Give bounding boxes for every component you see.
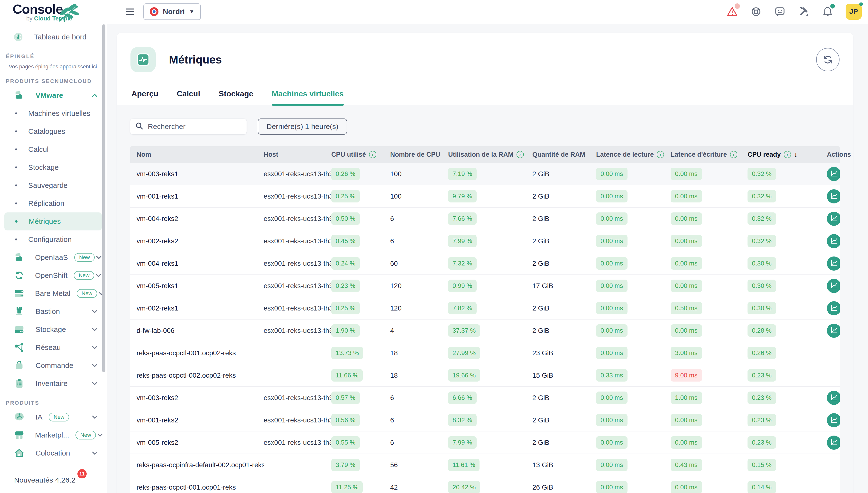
open-chart-button[interactable] (827, 301, 840, 315)
sidebar-group-openiaas[interactable]: OpenIaaSNew (0, 249, 106, 266)
open-chart-button[interactable] (827, 167, 840, 181)
table-row[interactable]: vm-004-reks2esx001-reks-ucs13-th3s0.50 %… (130, 208, 840, 230)
menu-icon[interactable] (124, 6, 136, 17)
sidebar-product-ia[interactable]: IANew (0, 408, 106, 426)
notifications-bell-icon[interactable] (822, 6, 833, 18)
cell-cpu-count: 120 (390, 304, 448, 312)
sidebar-group-bare-metal[interactable]: Bare MetalNew (0, 284, 106, 302)
info-icon[interactable]: i (657, 151, 664, 158)
open-chart-button[interactable] (827, 435, 840, 450)
tenant-selector[interactable]: Nordri ▼ (143, 3, 201, 20)
sidebar-item-calcul[interactable]: Calcul (0, 141, 106, 158)
open-chart-button[interactable] (827, 212, 840, 226)
column-header-quantit-de-ram[interactable]: Quantité de RAM (532, 151, 596, 158)
table-row[interactable]: d-fw-lab-006esx001-reks-ucs13-th3s1.90 %… (130, 320, 840, 342)
open-chart-button[interactable] (827, 391, 840, 405)
table-row[interactable]: reks-paas-ocpctl-001.ocp01-reks11.25 %42… (130, 476, 840, 493)
tab-calcul[interactable]: Calcul (177, 89, 200, 105)
tab-aper-u[interactable]: Aperçu (131, 89, 158, 105)
tab-stockage[interactable]: Stockage (218, 89, 253, 105)
open-chart-button[interactable] (827, 324, 840, 338)
search-input[interactable] (148, 122, 242, 131)
sort-desc-icon[interactable]: ↓ (794, 150, 798, 159)
read-latency-badge: 0.00 ms (596, 347, 628, 359)
sidebar-item-stockage[interactable]: Stockage (0, 158, 106, 176)
info-icon[interactable]: i (784, 151, 791, 158)
inventory-icon (14, 378, 25, 389)
table-row[interactable]: reks-paas-ocpctl-002.ocp02-reks11.66 %18… (130, 364, 840, 387)
column-header-actions[interactable]: Actions (827, 151, 840, 158)
column-header-latence-de-lecture[interactable]: Latence de lecturei (596, 151, 671, 158)
column-header-latence-d-criture[interactable]: Latence d'écriturei (671, 151, 747, 158)
whats-new-label: Nouveautés 4.26.2 (14, 476, 76, 484)
sidebar-group-r-seau[interactable]: Réseau (0, 339, 106, 357)
column-header-nom[interactable]: Nom (130, 151, 263, 158)
cpu-ready-badge: 0.32 % (747, 168, 776, 180)
sidebar-item-r-plication[interactable]: Réplication (0, 194, 106, 212)
read-latency-badge: 0.33 ms (596, 369, 628, 382)
sidebar-group-stockage[interactable]: Stockage (0, 320, 106, 339)
open-chart-button[interactable] (827, 413, 840, 427)
tools-icon[interactable] (798, 6, 810, 18)
column-header-host[interactable]: Host (263, 151, 331, 158)
open-chart-button[interactable] (827, 256, 840, 271)
info-icon[interactable]: i (369, 151, 376, 158)
sidebar-group-inventaire[interactable]: Inventaire (0, 374, 106, 392)
sidebar-scrollbar[interactable] (102, 24, 105, 372)
sidebar-group-bastion[interactable]: Bastion (0, 302, 106, 320)
cell-name: reks-paas-ocpctl-001.ocp02-reks (130, 349, 263, 357)
sidebar-item-m-triques[interactable]: Métriques (4, 212, 102, 231)
sidebar-item-catalogues[interactable]: Catalogues (0, 122, 106, 141)
sidebar-group-openshift[interactable]: OpenShiftNew (0, 266, 106, 284)
sidebar-product-colocation[interactable]: Colocation (0, 444, 106, 462)
logo[interactable]: Console by Cloud Temple (0, 0, 106, 23)
colocation-icon (14, 448, 25, 459)
sidebar-item-machines-virtuelles[interactable]: Machines virtuelles (0, 104, 106, 122)
refresh-button[interactable] (816, 48, 840, 71)
table-row[interactable]: vm-002-reks1esx001-reks-ucs13-th3s0.25 %… (130, 297, 840, 320)
table-row[interactable]: vm-005-reks1esx001-reks-ucs13-th3s0.23 %… (130, 275, 840, 297)
time-range-button[interactable]: Dernière(s) 1 heure(s) (258, 119, 347, 134)
table-row[interactable]: vm-005-reks2esx001-reks-ucs13-th3s0.55 %… (130, 431, 840, 454)
sidebar-item-configuration[interactable]: Configuration (0, 231, 106, 249)
table-row[interactable]: vm-004-reks1esx001-reks-ucs13-th3s0.24 %… (130, 252, 840, 275)
column-header-nombre-de-cpu[interactable]: Nombre de CPU (390, 151, 448, 158)
table-row[interactable]: reks-paas-ocpinfra-default-002.ocp01-rek… (130, 454, 840, 476)
cpu-used-badge: 0.24 % (331, 257, 360, 270)
sidebar-group-vmware[interactable]: VMware (0, 86, 106, 104)
open-chart-button[interactable] (827, 279, 840, 293)
open-chart-button[interactable] (827, 234, 840, 248)
open-chart-button[interactable] (827, 189, 840, 203)
new-badge: New (49, 413, 69, 422)
sidebar-item-sauvegarde[interactable]: Sauvegarde (0, 176, 106, 194)
column-header-cpu-ready[interactable]: CPU readyi↓ (747, 150, 827, 159)
whats-new-link[interactable]: Nouveautés 4.26.2 11 (0, 467, 106, 493)
cpu-used-badge: 0.25 % (331, 190, 360, 202)
read-latency-badge: 0.00 ms (596, 280, 628, 292)
alert-icon[interactable] (726, 6, 738, 18)
table-row[interactable]: reks-paas-ocpctl-001.ocp02-reks13.73 %18… (130, 342, 840, 364)
info-icon[interactable]: i (730, 151, 737, 158)
support-lifering-icon[interactable] (750, 6, 762, 18)
cell-name: vm-004-reks1 (130, 260, 263, 267)
sidebar-item-dashboard[interactable]: Tableau de bord (0, 28, 106, 46)
info-icon[interactable]: i (516, 151, 524, 158)
table-row[interactable]: vm-002-reks2esx001-reks-ucs13-th3s0.45 %… (130, 230, 840, 252)
tab-machines-virtuelles[interactable]: Machines virtuelles (272, 89, 344, 105)
table-row[interactable]: vm-003-reks1esx001-reks-ucs13-th3s0.26 %… (130, 163, 840, 185)
ram-used-badge: 7.66 % (448, 212, 477, 225)
cpu-used-badge: 11.25 % (331, 481, 363, 493)
avatar[interactable]: JP (846, 4, 862, 20)
table-row[interactable]: vm-003-reks2esx001-reks-ucs13-th3s0.57 %… (130, 387, 840, 409)
column-header-utilisation-de-la-ram[interactable]: Utilisation de la RAMi (448, 151, 532, 158)
column-header-cpu-utilis[interactable]: CPU utiliséi (331, 151, 390, 158)
table-row[interactable]: vm-001-reks2esx001-reks-ucs13-th3s0.56 %… (130, 409, 840, 431)
ram-used-badge: 7.99 % (448, 235, 477, 247)
write-latency-badge: 0.00 ms (671, 481, 702, 493)
table-row[interactable]: vm-001-reks1esx001-reks-ucs13-th3s0.25 %… (130, 185, 840, 208)
feedback-icon[interactable] (774, 6, 786, 18)
cloud-icon (14, 252, 25, 263)
cell-host: esx001-reks-ucs13-th3s (263, 170, 331, 178)
sidebar-product-marketpl[interactable]: Marketpl...New (0, 426, 106, 444)
sidebar-group-commande[interactable]: Commande (0, 357, 106, 374)
